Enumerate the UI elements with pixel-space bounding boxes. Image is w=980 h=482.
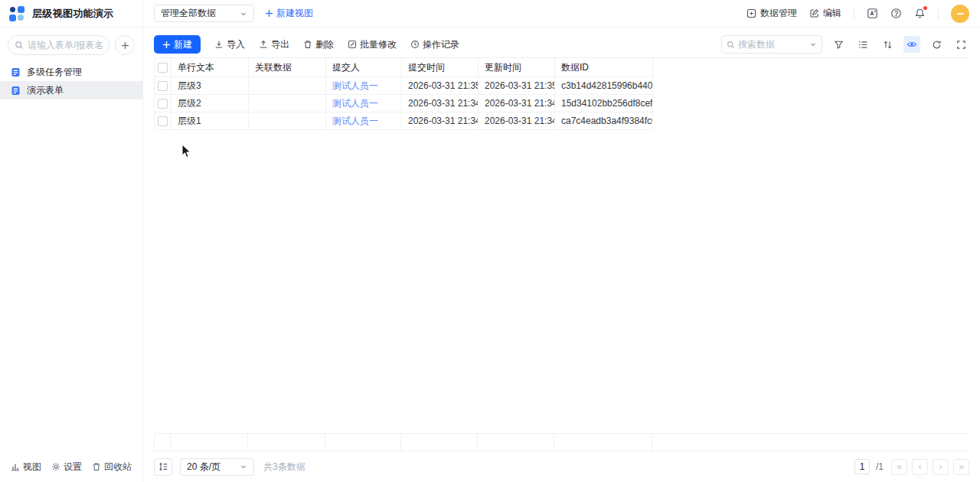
gear-icon (51, 462, 60, 471)
cell-submit-time: 2026-03-31 21:35:01 (402, 77, 479, 94)
summary-cell[interactable] (325, 434, 401, 451)
cell-text[interactable]: 层级3 (172, 77, 249, 94)
prev-page-button[interactable]: ‹ (912, 459, 928, 475)
first-page-button[interactable]: « (891, 459, 907, 475)
column-header[interactable]: 提交时间 (402, 58, 479, 77)
chevron-down-icon[interactable] (809, 41, 817, 48)
group-list-icon[interactable] (854, 36, 871, 53)
cell-related[interactable] (249, 95, 326, 112)
view-select-value: 管理全部数据 (161, 7, 216, 20)
sidebar-item-label: 演示表单 (27, 84, 64, 97)
row-height-icon[interactable] (154, 458, 172, 476)
cell-submitter: 测试人员一 (326, 112, 402, 129)
view-select-dropdown[interactable]: 管理全部数据 (154, 5, 254, 22)
form-search-box[interactable] (8, 35, 109, 55)
sidebar-item-label: 多级任务管理 (27, 66, 82, 79)
data-search-box[interactable] (721, 35, 822, 54)
column-header[interactable]: 更新时间 (479, 58, 555, 77)
form-doc-icon (11, 86, 21, 96)
current-page-input[interactable]: 1 (854, 459, 870, 474)
column-visibility-eye-icon[interactable] (903, 36, 920, 53)
edit-button[interactable]: 编辑 (809, 7, 841, 20)
export-icon (259, 40, 268, 49)
search-icon (727, 41, 735, 49)
refresh-icon[interactable] (928, 36, 945, 53)
cell-submitter: 测试人员一 (326, 95, 402, 112)
delete-button[interactable]: 删除 (303, 38, 334, 51)
operation-history-button[interactable]: 操作记录 (410, 38, 459, 51)
cell-update-time: 2026-03-31 21:34:37 (479, 112, 555, 129)
new-record-button[interactable]: 新建 (154, 35, 201, 54)
cell-text[interactable]: 层级2 (172, 95, 249, 112)
divider (938, 8, 939, 19)
new-view-button[interactable]: 新建视图 (265, 7, 313, 20)
cell-text[interactable]: 层级1 (172, 112, 249, 129)
cell-submit-time: 2026-03-31 21:34:37 (402, 112, 479, 129)
pager: 1 /1 « ‹ › » (854, 459, 969, 475)
plus-icon (265, 9, 273, 18)
last-page-button[interactable]: » (953, 459, 969, 475)
column-header[interactable]: 关联数据 (249, 58, 326, 77)
import-button[interactable]: 导入 (214, 38, 245, 51)
table-row[interactable]: 层级3 测试人员一 2026-03-31 21:35:01 2026-03-31… (155, 77, 653, 95)
settings-button[interactable]: 设置 (51, 461, 82, 474)
row-checkbox[interactable] (158, 99, 168, 109)
add-form-button[interactable] (115, 35, 135, 55)
chevron-down-icon (240, 463, 247, 471)
page-size-select[interactable]: 20 条/页 (180, 458, 254, 476)
search-icon (15, 41, 24, 50)
table-row[interactable]: 层级1 测试人员一 2026-03-31 21:34:37 2026-03-31… (155, 112, 653, 130)
submitter-link[interactable]: 测试人员一 (332, 80, 378, 93)
page-size-value: 20 条/页 (187, 461, 220, 474)
notification-bell-icon[interactable] (914, 8, 926, 19)
column-header[interactable]: 数据ID (555, 58, 653, 77)
sidebar-item-multilevel-task[interactable]: 多级任务管理 (0, 63, 142, 81)
summary-cell[interactable] (401, 434, 478, 451)
select-all-checkbox[interactable] (158, 63, 168, 73)
fullscreen-icon[interactable] (952, 36, 969, 53)
recycle-bin-button[interactable]: 回收站 (92, 461, 132, 474)
summary-cell[interactable] (554, 434, 652, 451)
views-label: 视图 (23, 461, 41, 474)
submitter-link[interactable]: 测试人员一 (332, 115, 378, 128)
row-checkbox[interactable] (158, 81, 168, 91)
sidebar-item-demo-form[interactable]: 演示表单 (0, 81, 142, 99)
app-window: 层级视图功能演示 多级任务管理 (0, 0, 980, 482)
data-manage-button[interactable]: 数据管理 (746, 7, 797, 20)
total-records-label: 共3条数据 (263, 461, 305, 474)
batch-edit-icon (348, 40, 357, 49)
clock-icon (410, 40, 420, 49)
recycle-bin-label: 回收站 (104, 461, 132, 474)
cell-related[interactable] (249, 112, 326, 129)
batch-edit-button[interactable]: 批量修改 (348, 38, 397, 51)
help-icon[interactable] (890, 8, 902, 19)
row-checkbox-cell (155, 112, 172, 129)
export-button[interactable]: 导出 (259, 38, 289, 51)
user-avatar[interactable] (951, 5, 969, 23)
translate-icon[interactable] (867, 8, 878, 19)
app-logo-icon (9, 6, 24, 21)
chevron-down-icon (240, 10, 247, 18)
bar-chart-icon (11, 462, 20, 471)
sort-icon[interactable] (879, 36, 896, 53)
views-button[interactable]: 视图 (11, 461, 41, 474)
cell-submitter: 测试人员一 (326, 77, 402, 94)
column-header[interactable]: 提交人 (326, 58, 402, 77)
summary-cell[interactable] (171, 434, 248, 451)
summary-cell[interactable] (248, 434, 325, 451)
plus-icon (162, 41, 171, 49)
submitter-link[interactable]: 测试人员一 (332, 97, 378, 110)
cell-related[interactable] (249, 77, 326, 94)
row-checkbox-cell (155, 77, 172, 94)
summary-cell[interactable] (478, 434, 554, 451)
data-manage-icon (746, 8, 756, 18)
row-checkbox[interactable] (158, 116, 168, 126)
cell-data-id: 15d34102bb256df8cef0d... (555, 95, 653, 112)
next-page-button[interactable]: › (933, 459, 949, 475)
data-search-input[interactable] (738, 39, 806, 50)
form-search-input[interactable] (28, 40, 103, 50)
filter-icon[interactable] (830, 36, 847, 53)
import-label: 导入 (227, 38, 245, 51)
table-row[interactable]: 层级2 测试人员一 2026-03-31 21:34:49 2026-03-31… (155, 95, 653, 112)
column-header[interactable]: 单行文本 (172, 58, 249, 77)
